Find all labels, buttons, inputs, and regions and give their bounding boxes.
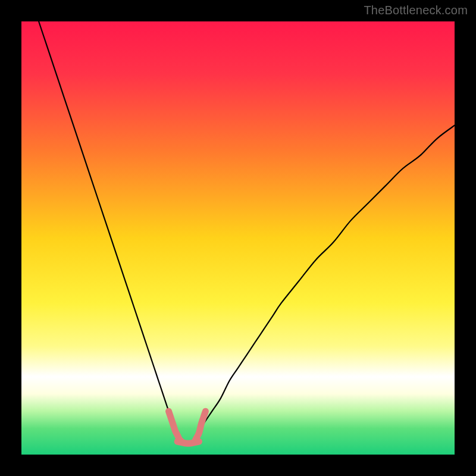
- accent-segment-right: [195, 411, 205, 441]
- curve-layer: [21, 21, 455, 455]
- plot-area: [21, 21, 455, 455]
- curve-right-branch: [195, 126, 455, 441]
- accent-segment-left: [169, 411, 182, 441]
- curve-left-branch: [39, 21, 181, 441]
- chart-frame: TheBottleneck.com: [0, 0, 476, 476]
- watermark-text: TheBottleneck.com: [364, 4, 468, 17]
